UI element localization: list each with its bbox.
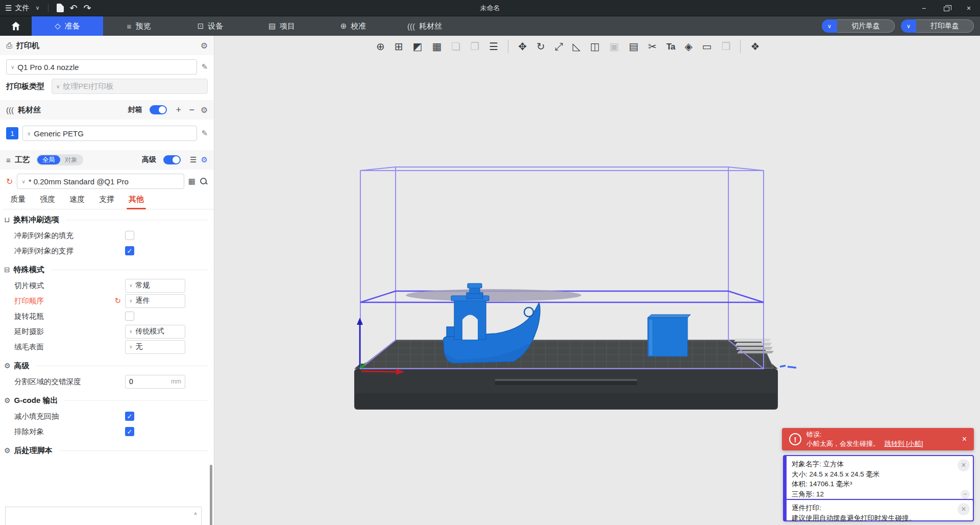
setting-label: 排除对象 <box>14 427 125 437</box>
arrange-icon[interactable]: ▦ <box>432 41 442 52</box>
process-preset-select[interactable]: ∨ * 0.20mm Standard @Q1 Pro <box>17 174 184 189</box>
assembly-icon[interactable]: ❒ <box>721 41 730 52</box>
filament-preset-value: Generic PETG <box>34 129 84 138</box>
add-filament-button[interactable]: + <box>174 105 183 115</box>
split-icon[interactable]: ◫ <box>590 41 600 52</box>
tab-filament[interactable]: ((( 耗材丝 <box>389 16 460 36</box>
postprocess-script-textarea[interactable] <box>6 507 201 525</box>
close-button[interactable]: × <box>958 0 980 16</box>
chevron-down-icon[interactable]: ∨ <box>35 5 39 11</box>
search-icon[interactable] <box>200 177 208 185</box>
reduce-infill-retraction-checkbox[interactable] <box>125 412 134 421</box>
printer-settings-gear-icon[interactable]: ⚙ <box>201 41 208 51</box>
box-toggle[interactable] <box>150 105 167 114</box>
scope-object-segment[interactable]: 对象 <box>60 156 82 164</box>
spiral-vase-checkbox[interactable] <box>125 312 134 321</box>
move-icon[interactable]: ✥ <box>518 41 527 52</box>
scale-icon[interactable]: ⤢ <box>555 41 563 52</box>
cut-icon[interactable]: ✂ <box>648 41 657 52</box>
filament-settings-gear-icon[interactable]: ⚙ <box>201 105 208 115</box>
tab-quality[interactable]: 质量 <box>3 195 33 209</box>
sort-objects-icon[interactable]: ☰ <box>489 41 498 52</box>
remove-filament-button[interactable]: − <box>187 105 197 115</box>
settings-scroll-area[interactable]: ⊔ 换料冲刷选项 冲刷到对象的填充 冲刷到对象的支撑 ⊟ 特殊模式 切片模式 ∨… <box>0 209 214 525</box>
close-icon[interactable]: × <box>958 435 967 444</box>
save-preset-icon[interactable]: ▦ <box>188 177 195 186</box>
tab-strength[interactable]: 强度 <box>33 195 62 209</box>
measure-icon[interactable]: ▭ <box>702 41 712 52</box>
advanced-label: 高级 <box>142 155 156 164</box>
paint-icon[interactable]: ◈ <box>684 41 692 52</box>
tab-label: 校准 <box>351 21 366 31</box>
rotate-icon[interactable]: ↻ <box>536 41 545 52</box>
chevron-down-icon: ∨ <box>21 179 25 184</box>
setting-label: 切片模式 <box>14 281 125 291</box>
minimize-button[interactable]: − <box>913 0 935 16</box>
process-section-title: 工艺 <box>15 155 30 165</box>
parameter-list-icon[interactable]: ☰ <box>190 155 197 164</box>
undo-icon[interactable]: ↶ <box>70 3 78 14</box>
slice-plate-button[interactable]: ∨ 切片单盘 <box>822 19 895 33</box>
add-plate-icon[interactable]: ⊞ <box>395 41 403 52</box>
flush-support-checkbox[interactable] <box>125 246 134 255</box>
copy-icon[interactable]: ❏ <box>451 41 460 52</box>
slicing-mode-select[interactable]: ∨ 常规 <box>125 279 185 293</box>
add-model-icon[interactable]: ⊕ <box>376 41 385 52</box>
cube-model[interactable] <box>648 315 691 356</box>
select-value: 无 <box>136 342 143 351</box>
tab-support[interactable]: 支撑 <box>92 195 121 209</box>
edit-printer-icon[interactable]: ✎ <box>201 62 208 71</box>
printer-preset-select[interactable]: ∨ Q1 Pro 0.4 nozzle <box>6 59 197 75</box>
new-project-icon[interactable] <box>57 4 64 12</box>
build-plate-scene[interactable] <box>214 36 980 525</box>
text-icon[interactable]: Ta <box>667 42 675 51</box>
variable-layer-height-icon[interactable]: ▤ <box>629 41 639 52</box>
tab-device[interactable]: ⊡ 设备 <box>175 16 246 36</box>
collapse-icon[interactable]: − <box>961 490 970 499</box>
scope-global-segment[interactable]: 全局 <box>37 155 60 164</box>
filament-preset-select[interactable]: ∨ Generic PETG <box>22 126 197 141</box>
search-settings-icon[interactable]: ⚙ <box>201 155 208 164</box>
reset-value-icon[interactable]: ↻ <box>114 296 121 305</box>
fuzzy-skin-select[interactable]: ∨ 无 <box>125 340 185 354</box>
file-menu[interactable]: ☰ 文件 <box>5 4 29 13</box>
tab-others[interactable]: 其他 <box>121 195 151 209</box>
merge-icon[interactable]: ▣ <box>609 41 619 52</box>
slice-dropdown-icon[interactable]: ∨ <box>822 19 837 33</box>
home-button[interactable] <box>0 16 32 36</box>
tab-calibration[interactable]: ⊕ 校准 <box>317 16 389 36</box>
timelapse-select[interactable]: ∨ 传统模式 <box>125 325 185 339</box>
restore-button[interactable] <box>935 0 958 16</box>
print-plate-button[interactable]: ∨ 打印单盘 <box>901 19 974 33</box>
advanced-toggle[interactable] <box>163 155 181 164</box>
close-icon[interactable]: × <box>958 503 970 515</box>
build-plate[interactable] <box>354 340 778 410</box>
tab-prepare[interactable]: ◇ 准备 <box>32 16 103 36</box>
edit-filament-icon[interactable]: ✎ <box>201 129 208 138</box>
3d-viewport[interactable]: ⊕ ⊞ ◩ ▦ ❏ ❐ ☰ ✥ ↻ ⤢ ◺ ◫ ▣ ▤ ✂ Ta ◈ ▭ ❒ ❖ <box>214 36 980 525</box>
paste-icon[interactable]: ❐ <box>470 41 479 52</box>
gcode-section-header: ⚙ G-code 输出 <box>4 392 209 409</box>
scope-switch[interactable]: 全局 对象 <box>36 154 83 165</box>
redo-icon[interactable]: ↷ <box>84 3 91 14</box>
exclude-objects-checkbox[interactable] <box>125 427 134 436</box>
section-title: 特殊模式 <box>14 265 44 275</box>
tab-preview[interactable]: ≡ 预览 <box>103 16 175 36</box>
split-parts-icon[interactable]: ❖ <box>750 41 760 52</box>
tab-speed[interactable]: 速度 <box>62 195 92 209</box>
flush-infill-checkbox[interactable] <box>125 231 134 240</box>
reset-preset-icon[interactable]: ↻ <box>6 177 13 186</box>
auto-orient-icon[interactable]: ◩ <box>413 41 423 52</box>
plate-type-select[interactable]: ∨ 纹理PEI打印板 <box>52 79 208 94</box>
close-icon[interactable]: × <box>958 459 970 471</box>
print-sequence-select[interactable]: ∨ 逐件 <box>125 294 185 308</box>
jump-to-object-link[interactable]: 跳转到 [小船] <box>885 440 923 447</box>
tab-project[interactable]: ▤ 项目 <box>246 16 317 36</box>
scroll-up-icon[interactable]: ▲ <box>193 510 198 516</box>
print-dropdown-icon[interactable]: ∨ <box>901 19 916 33</box>
error-toast: ! 错误: 小船太高，会发生碰撞。 跳转到 [小船] × <box>782 428 974 450</box>
flush-section-header: ⊔ 换料冲刷选项 <box>4 211 209 228</box>
interlocking-depth-input[interactable] <box>129 377 165 386</box>
lay-on-face-icon[interactable]: ◺ <box>573 41 580 52</box>
settings-scrollbar[interactable] <box>210 465 212 525</box>
